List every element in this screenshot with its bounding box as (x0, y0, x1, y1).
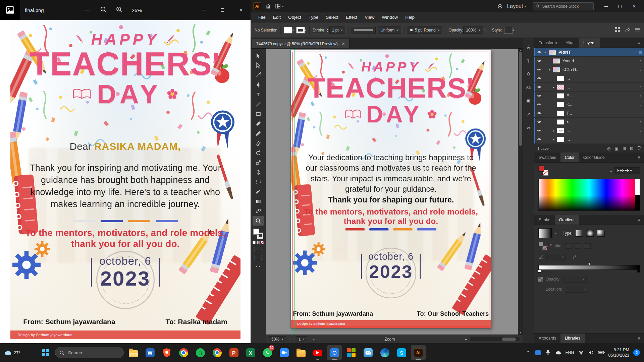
stroke-gradient-along[interactable] (575, 243, 581, 249)
opacity-panel-link[interactable]: Opacity: (448, 28, 463, 33)
visibility-eye-icon[interactable] (535, 65, 543, 74)
fill-swatch[interactable] (253, 229, 259, 235)
stroke-panel-link[interactable]: Stroke: (313, 28, 325, 33)
layer-name[interactable]: PRINT (558, 50, 632, 55)
paintbrush-tool[interactable] (253, 119, 264, 128)
layer-row[interactable]: ▾ <Clip G... ○ (534, 65, 644, 74)
first-artboard-icon[interactable]: « (289, 337, 291, 341)
see-more-icon[interactable]: ⋯ (84, 6, 91, 14)
visibility-eye-icon[interactable] (535, 48, 543, 56)
expand-chevron-icon[interactable]: ▸ (551, 85, 556, 89)
zoom-in-icon[interactable] (116, 6, 122, 14)
document-canvas[interactable]: HAPPY TEACHERS' DAY (266, 49, 523, 335)
target-circle-icon[interactable]: ○ (637, 59, 644, 63)
visibility-eye-icon[interactable] (535, 74, 543, 82)
locate-object-icon[interactable]: ◎ (607, 146, 610, 151)
vertical-scrollbar-thumb[interactable] (519, 52, 522, 146)
start-button[interactable] (38, 345, 53, 360)
target-circle-icon[interactable]: ○ (637, 129, 644, 132)
paragraph-panel-icon[interactable]: ¶ (525, 57, 533, 64)
reverse-gradient-icon[interactable] (572, 255, 577, 259)
links-panel-icon[interactable]: ∞ (525, 124, 533, 131)
blend-tool[interactable] (253, 206, 264, 216)
gradient-mode-button[interactable] (257, 241, 260, 244)
close-button[interactable]: ✕ (232, 0, 251, 20)
artboard[interactable]: HAPPY TEACHERS' DAY (291, 50, 491, 328)
folder-icon[interactable] (293, 345, 308, 360)
magic-wand-tool[interactable] (253, 70, 264, 80)
layer-thumbnail[interactable] (557, 76, 564, 81)
menu-object[interactable]: Object (284, 15, 305, 20)
layer-name[interactable]: <... (567, 120, 637, 124)
more-options-chevron[interactable]: › (484, 28, 486, 33)
screen-mode-button[interactable] (255, 255, 262, 260)
battery-icon[interactable] (598, 350, 604, 356)
color-spectrum[interactable] (538, 179, 640, 211)
fill-color-swatch[interactable] (538, 166, 544, 172)
layer-name[interactable]: ... (567, 85, 637, 89)
fill-stroke-indicator[interactable] (253, 228, 264, 239)
menu-help[interactable]: Help (401, 15, 418, 20)
layer-thumbnail[interactable] (557, 119, 564, 125)
tab-layers[interactable]: Layers (579, 38, 600, 48)
volume-icon[interactable] (588, 350, 594, 356)
target-circle-icon[interactable]: ○ (637, 138, 644, 141)
tray-app-icon[interactable] (535, 350, 541, 356)
layer-row[interactable]: F... ○ (534, 92, 644, 100)
fill-color-well[interactable] (284, 27, 292, 34)
menu-window[interactable]: Window (378, 15, 401, 20)
youtube-icon[interactable] (310, 345, 325, 360)
zoom-level[interactable]: 26% (132, 7, 142, 13)
direct-selection-tool[interactable] (253, 60, 264, 70)
gradient-fill-stroke-toggle[interactable] (538, 242, 547, 250)
layer-row[interactable]: <... ○ (534, 118, 644, 126)
zoom-app-icon[interactable] (277, 345, 291, 360)
panel-menu-icon[interactable]: ≡ (634, 38, 644, 48)
target-circle-icon[interactable]: ○ (637, 120, 644, 124)
weather-widget[interactable]: 27° (4, 350, 36, 355)
visibility-eye-icon[interactable] (535, 92, 543, 100)
menu-view[interactable]: View (361, 15, 378, 20)
next-artboard-icon[interactable]: › (309, 337, 311, 341)
expand-chevron-icon[interactable]: ▸ (551, 129, 556, 132)
hidden-icons-chevron[interactable]: ⌃ (525, 350, 531, 356)
close-tab-icon[interactable]: ✕ (342, 42, 345, 46)
free-transform-tool[interactable] (253, 177, 264, 187)
workspace-switcher[interactable]: Layout▾ (507, 3, 526, 9)
hex-value-field[interactable]: FFFFFF (614, 167, 640, 174)
edit-toolbar-icon[interactable]: ⋯ (256, 263, 261, 269)
zoom-out-icon[interactable] (100, 6, 107, 14)
menu-type[interactable]: Type (305, 15, 322, 20)
layer-name[interactable]: T... (567, 111, 637, 116)
linear-gradient-button[interactable] (575, 230, 583, 237)
maximize-button[interactable] (213, 0, 232, 20)
stroke-weight-stepper[interactable]: ▴▾ (327, 28, 328, 33)
taskbar-search[interactable] (55, 347, 124, 358)
spotify-icon[interactable] (193, 345, 208, 360)
excel-icon[interactable]: X (243, 345, 258, 360)
file-explorer-icon[interactable] (126, 345, 141, 360)
target-circle-icon[interactable]: ○ (637, 103, 644, 106)
layer-thumbnail[interactable]: 2023 (557, 128, 564, 133)
selection-tool[interactable] (253, 51, 264, 60)
layer-thumbnail[interactable] (557, 111, 564, 116)
layer-thumbnail[interactable] (553, 67, 560, 72)
layer-row[interactable]: T... ○ (534, 109, 644, 118)
opentype-panel-icon[interactable]: O (525, 70, 533, 77)
powerpoint-icon[interactable]: P (226, 345, 241, 360)
menu-file[interactable]: File (255, 15, 269, 20)
layer-name[interactable]: <... (567, 102, 637, 107)
expand-chevron-icon[interactable]: ▾ (543, 51, 548, 54)
layer-name[interactable]: ... (567, 137, 637, 142)
tab-stroke[interactable]: Stroke (534, 215, 555, 225)
illustrator-taskbar-icon[interactable]: Ai (411, 345, 426, 360)
stroke-gradient-within[interactable] (565, 243, 572, 249)
target-circle-icon[interactable]: ○ (637, 112, 644, 115)
gradient-location-dropdown[interactable]: ▾ (565, 286, 588, 293)
tab-transform[interactable]: Transform (534, 38, 561, 48)
tab-gradient[interactable]: Gradient (555, 215, 579, 225)
layer-row[interactable]: ▸ 2023 ... ○ (534, 126, 644, 135)
clock[interactable]: 8:21 PM 05/10/2023 (608, 347, 629, 358)
opacity-field[interactable]: 100%▾ (463, 26, 483, 34)
menu-edit[interactable]: Edit (269, 15, 284, 20)
